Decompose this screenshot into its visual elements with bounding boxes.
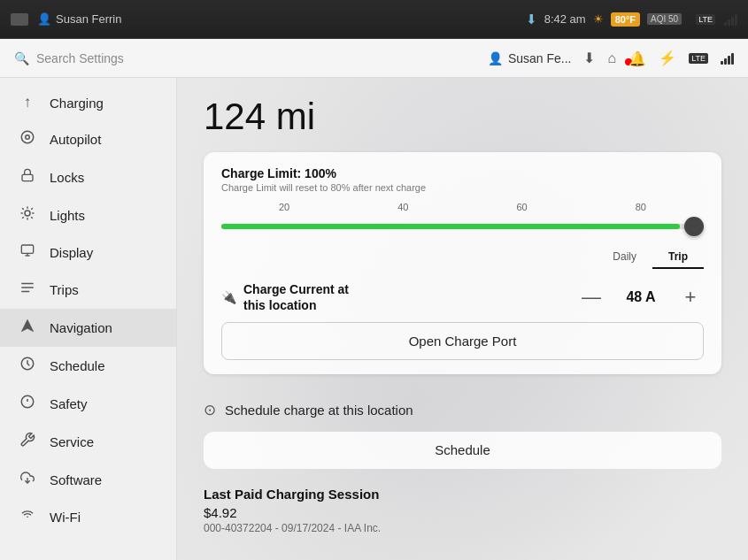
sidebar-icon-service (18, 432, 37, 452)
sidebar-icon-lights (18, 205, 37, 226)
sidebar-icon-navigation (18, 318, 37, 338)
sidebar-label-service: Service (50, 434, 94, 449)
sidebar-icon-safety (18, 394, 37, 414)
svg-line-6 (22, 208, 24, 210)
bell-icon[interactable]: 🔔 (628, 51, 646, 66)
temp-badge: 80°F (611, 12, 640, 27)
signal-bar-1 (724, 22, 727, 26)
charge-slider[interactable] (221, 216, 704, 237)
signal-bar-2 (728, 19, 730, 26)
charge-limit-title: Charge Limit: 100% (221, 166, 704, 180)
sidebar-label-autopilot: Autopilot (50, 132, 101, 147)
sidebar-label-display: Display (50, 245, 93, 260)
lte-badge: LTE (696, 14, 715, 25)
decrement-current-button[interactable]: — (578, 284, 605, 311)
svg-marker-15 (21, 319, 33, 331)
sidebar-icon-autopilot (18, 129, 37, 150)
svg-rect-12 (21, 245, 33, 253)
slider-label-60: 60 (517, 202, 528, 212)
sidebar-icon-wifi (18, 508, 37, 525)
header-lte-badge: LTE (689, 53, 708, 64)
content-area: 124 mi Charge Limit: 100% Charge Limit w… (177, 78, 748, 560)
sidebar-item-autopilot[interactable]: Autopilot (0, 120, 176, 158)
header-user-icon: 👤 (488, 51, 503, 65)
last-paid-reference: 000-40372204 - 09/17/2024 - IAA Inc. (204, 522, 721, 534)
header-username: Susan Fe... (508, 51, 572, 65)
header-home-icon[interactable]: ⌂ (607, 50, 616, 66)
signal-bars (724, 13, 737, 26)
h-signal-bar-3 (728, 56, 730, 65)
sidebar-label-wifi: Wi-Fi (50, 510, 81, 525)
sidebar-label-locks: Locks (50, 170, 84, 185)
status-right: LTE (696, 13, 737, 26)
bluetooth-icon[interactable]: ⚡ (659, 50, 676, 66)
sidebar-item-wifi[interactable]: Wi-Fi (0, 499, 176, 534)
slider-track (221, 224, 704, 229)
h-signal-bar-1 (721, 61, 723, 65)
main-layout: ↑ChargingAutopilotLocksLightsDisplayTrip… (0, 78, 748, 560)
header-user: 👤 Susan Fe... (488, 51, 572, 65)
sidebar-item-service[interactable]: Service (0, 423, 176, 461)
status-user: 👤 Susan Ferrin (37, 12, 121, 26)
sidebar-item-display[interactable]: Display (0, 234, 176, 271)
sidebar-item-software[interactable]: Software (0, 461, 176, 499)
slider-label-40: 40 (397, 202, 408, 212)
header-download-icon[interactable]: ⬇ (583, 50, 595, 66)
svg-point-3 (25, 211, 30, 216)
status-username: Susan Ferrin (56, 12, 121, 26)
search-placeholder: Search Settings (36, 51, 124, 65)
sidebar-icon-software (18, 470, 37, 490)
plug-icon: 🔌 (221, 289, 236, 305)
sidebar-icon-schedule (18, 356, 37, 376)
schedule-charge-row[interactable]: ⊙ Schedule charge at this location (204, 388, 721, 432)
status-bar: 👤 Susan Ferrin ⬇ 8:42 am ☀ 80°F AQI 50 L… (0, 0, 748, 39)
header-signal-bars (721, 52, 734, 65)
h-signal-bar-2 (724, 58, 727, 65)
search-icon: 🔍 (14, 51, 29, 65)
sidebar-item-safety[interactable]: Safety (0, 385, 176, 423)
slider-thumb[interactable] (684, 217, 704, 236)
slider-fill (221, 224, 680, 229)
sidebar-item-schedule[interactable]: Schedule (0, 347, 176, 385)
sidebar-item-lights[interactable]: Lights (0, 196, 176, 234)
sidebar-item-locks[interactable]: Locks (0, 158, 176, 196)
svg-line-7 (31, 217, 33, 219)
charge-card: Charge Limit: 100% Charge Limit will res… (204, 152, 721, 374)
tab-trip[interactable]: Trip (652, 246, 704, 269)
open-charge-port-button[interactable]: Open Charge Port (221, 322, 704, 360)
sidebar-label-charging: Charging (50, 96, 104, 111)
svg-rect-2 (22, 174, 33, 180)
charge-current-label: 🔌 Charge Current at this location (221, 281, 363, 313)
download-arrow-icon: ⬇ (526, 12, 537, 27)
schedule-charge-label: Schedule charge at this location (225, 403, 413, 418)
search-bar-right: 👤 Susan Fe... ⬇ ⌂ 🔔 ⚡ LTE (488, 50, 734, 66)
search-input-area[interactable]: 🔍 Search Settings (14, 51, 481, 65)
sidebar: ↑ChargingAutopilotLocksLightsDisplayTrip… (0, 78, 177, 560)
aqi-badge: AQI 50 (647, 13, 682, 25)
status-center: ⬇ 8:42 am ☀ 80°F AQI 50 (526, 12, 682, 27)
sidebar-label-navigation: Navigation (50, 320, 112, 335)
slider-label-20: 20 (279, 202, 289, 212)
last-paid-section: Last Paid Charging Session $4.92 000-403… (204, 483, 721, 538)
sidebar-label-software: Software (50, 472, 102, 487)
sidebar-label-trips: Trips (50, 282, 79, 297)
sidebar-icon-display (18, 243, 37, 262)
increment-current-button[interactable]: + (677, 284, 704, 311)
tabs-row: Daily Trip (221, 246, 704, 269)
h-signal-bar-4 (731, 53, 734, 65)
schedule-button-label: Schedule (435, 442, 490, 457)
notification-wrapper: 🔔 (628, 50, 646, 65)
user-icon: 👤 (37, 12, 51, 26)
sidebar-item-navigation[interactable]: Navigation (0, 309, 176, 347)
charge-current-text: Charge Current at this location (243, 281, 363, 313)
charge-limit-subtitle: Charge Limit will reset to 80% after nex… (221, 182, 704, 193)
status-bar-left: 👤 Susan Ferrin (11, 12, 512, 26)
camera-icon (11, 13, 28, 26)
sidebar-icon-locks (18, 167, 37, 188)
sidebar-item-trips[interactable]: Trips (0, 271, 176, 309)
sidebar-item-charging[interactable]: ↑Charging (0, 85, 176, 120)
tab-daily[interactable]: Daily (597, 246, 652, 269)
sidebar-icon-trips (18, 280, 37, 300)
svg-line-11 (31, 208, 33, 210)
schedule-charge-icon: ⊙ (204, 401, 216, 419)
